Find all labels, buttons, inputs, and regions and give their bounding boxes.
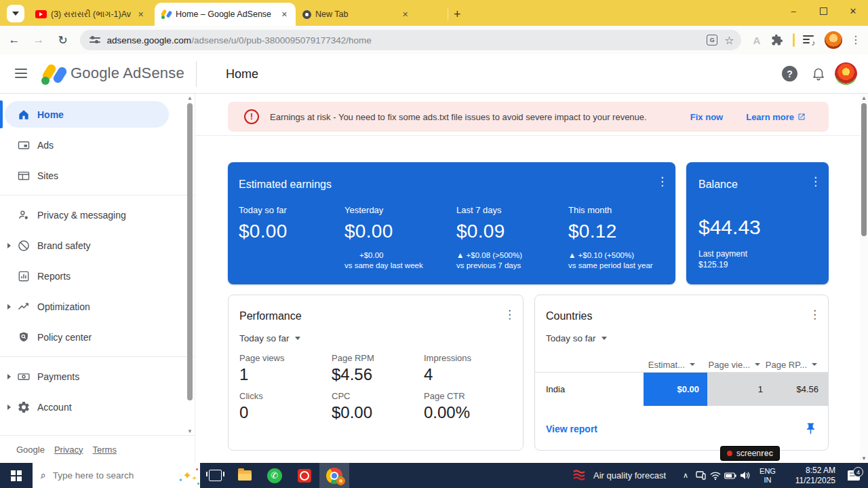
notifications-bell-icon[interactable] — [811, 65, 826, 81]
view-report-link[interactable]: View report — [546, 424, 804, 434]
browser-profile-avatar[interactable] — [825, 31, 842, 49]
external-link-icon — [797, 113, 806, 121]
url-domain: adsense.google.com — [107, 35, 192, 45]
card-menu-icon[interactable]: ⋮ — [656, 179, 666, 185]
tab-adsense-active[interactable]: Home – Google AdSense ✕ — [155, 3, 296, 26]
language-indicator[interactable]: ENG IN — [755, 467, 780, 485]
sidebar-item-payments[interactable]: Payments — [0, 361, 195, 392]
expand-caret-icon — [7, 374, 11, 379]
metric-delta: +$0.00 — [344, 250, 456, 261]
performance-metric: Page CTR0.00% — [424, 391, 516, 422]
action-center-button[interactable]: 4 — [840, 470, 868, 481]
device-icon[interactable] — [693, 471, 708, 480]
scroll-down-icon[interactable]: ▼ — [186, 428, 193, 434]
task-view-button[interactable] — [200, 463, 230, 488]
terms-link[interactable]: Terms — [93, 445, 117, 455]
start-button[interactable] — [0, 463, 33, 488]
tab-new-tab[interactable]: New Tab ✕ — [296, 3, 446, 26]
sidebar-item-home[interactable]: Home — [0, 99, 195, 130]
url-path: /adsense/u/0/pub-3800095079177342/home — [191, 35, 372, 45]
watermark-text: rec — [761, 449, 773, 458]
theme-separator — [793, 33, 795, 47]
sidebar-item-sites[interactable]: Sites — [0, 160, 195, 191]
sidebar-item-ads[interactable]: Ads — [0, 130, 195, 160]
earnings-column: This month $0.12 ▲ +$0.10 (+500%) vs sam… — [568, 205, 680, 271]
page-scrollbar[interactable]: ▲ ▼ — [860, 94, 868, 463]
privacy-link[interactable]: Privacy — [54, 445, 83, 455]
close-window-button[interactable]: ✕ — [838, 0, 868, 22]
estimated-cell: $0.00 — [644, 373, 707, 406]
hamburger-menu-icon[interactable] — [15, 69, 27, 78]
system-tray: ∧ ENG IN 8:52 AM 11/21/2025 4 — [678, 463, 868, 488]
banner-message: Earnings at risk - You need to fix some … — [270, 112, 690, 122]
close-tab-icon[interactable]: ✕ — [135, 9, 146, 20]
column-header-pageviews[interactable]: Page vie... — [695, 360, 760, 370]
account-avatar[interactable] — [835, 62, 857, 85]
taskbar-search[interactable]: ⌕ ✦✦✦ — [33, 463, 200, 488]
expand-caret-icon — [7, 405, 11, 410]
restore-button[interactable] — [808, 0, 838, 22]
card-menu-icon[interactable]: ⋮ — [504, 312, 513, 318]
back-button[interactable]: ← — [4, 30, 24, 50]
extensions-puzzle-icon[interactable] — [771, 34, 783, 46]
sidebar-item-brand-safety[interactable]: Brand safety — [0, 230, 195, 261]
sidebar-item-label: Optimization — [37, 301, 90, 312]
minimize-button[interactable]: – — [778, 0, 808, 22]
sidebar-item-privacy-messaging[interactable]: Privacy & messaging — [0, 200, 195, 230]
translate-icon[interactable]: G — [707, 35, 717, 45]
whatsapp-button[interactable]: ✆ — [260, 463, 290, 488]
search-input[interactable] — [52, 470, 177, 481]
card-menu-icon[interactable]: ⋮ — [810, 179, 819, 185]
sidebar-item-reports[interactable]: Reports — [0, 261, 195, 291]
battery-icon[interactable] — [723, 472, 738, 479]
sidebar-item-account[interactable]: Account — [0, 392, 195, 422]
screenrec-button[interactable] — [290, 463, 319, 488]
browser-menu-icon[interactable]: ⋮ — [850, 35, 861, 45]
close-tab-icon[interactable]: ✕ — [279, 9, 290, 20]
fix-now-link[interactable]: Fix now — [690, 112, 723, 122]
site-settings-icon[interactable] — [90, 36, 100, 44]
tray-expand-icon[interactable]: ∧ — [678, 471, 693, 480]
sidebar-item-optimization[interactable]: Optimization — [0, 291, 195, 322]
sidebar-item-label: Payments — [37, 371, 79, 382]
learn-more-link[interactable]: Learn more — [746, 112, 806, 122]
performance-metric: Page views1 — [239, 353, 332, 384]
media-controls-icon[interactable]: ♪ — [803, 35, 815, 45]
wifi-icon[interactable] — [708, 472, 723, 480]
forward-button[interactable]: → — [28, 30, 49, 50]
extension-icon[interactable]: A — [753, 35, 761, 46]
sidebar-scrollbar[interactable]: ▲ ▼ — [186, 95, 193, 434]
home-icon — [17, 108, 31, 121]
card-menu-icon[interactable]: ⋮ — [809, 312, 818, 318]
chrome-button-active[interactable] — [319, 463, 349, 488]
copilot-sparkle-icon[interactable]: ✦✦✦ — [177, 466, 200, 485]
reload-button[interactable]: ↻ — [53, 30, 73, 50]
table-row-india[interactable]: India $0.00 1 $4.56 — [535, 372, 828, 406]
scroll-down-icon[interactable]: ▼ — [860, 455, 868, 462]
column-header-estimated[interactable]: Estimat... — [631, 360, 695, 370]
scroll-up-icon[interactable]: ▲ — [860, 95, 868, 101]
scroll-up-icon[interactable]: ▲ — [186, 95, 193, 101]
privacy-person-icon — [17, 208, 31, 222]
weather-widget[interactable]: Air quality forecast — [572, 463, 678, 488]
performance-metric: Impressions4 — [424, 353, 516, 384]
bookmark-star-icon[interactable]: ☆ — [724, 34, 734, 47]
taskbar-clock[interactable]: 8:52 AM 11/21/2025 — [781, 466, 835, 486]
help-icon[interactable]: ? — [782, 66, 797, 81]
pin-icon[interactable] — [804, 422, 817, 435]
page-title: Home — [226, 67, 258, 81]
tab-youtube[interactable]: (3) સરાસરી (ભાગ-1)Average|સરે ✕ — [28, 3, 155, 26]
scrollbar-thumb[interactable] — [187, 103, 193, 400]
column-header-pagerpm[interactable]: Page RP... — [760, 360, 817, 370]
close-tab-icon[interactable]: ✕ — [399, 9, 411, 20]
tab-search-button[interactable] — [7, 5, 24, 22]
date-range-dropdown[interactable]: Today so far — [239, 333, 523, 343]
speaker-icon[interactable] — [738, 471, 753, 480]
adsense-logo[interactable] — [39, 62, 66, 86]
sidebar-item-policy-center[interactable]: Policy center — [0, 322, 195, 352]
file-explorer-button[interactable] — [230, 463, 260, 488]
new-tab-button[interactable]: + — [454, 7, 461, 22]
scrollbar-thumb[interactable] — [861, 103, 867, 236]
date-range-dropdown[interactable]: Today so far — [546, 333, 817, 343]
address-bar[interactable]: adsense.google.com/adsense/u/0/pub-38000… — [80, 30, 741, 50]
